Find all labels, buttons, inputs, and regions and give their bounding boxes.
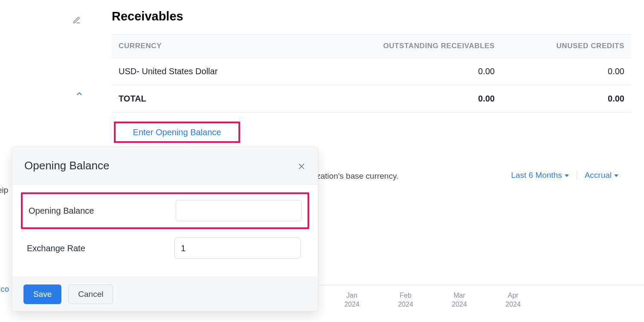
opening-balance-label: Opening Balance xyxy=(29,206,160,216)
col-unused-header: UNUSED CREDITS xyxy=(503,42,631,50)
total-unused: 0.00 xyxy=(503,94,631,104)
popover-title: Opening Balance xyxy=(24,159,109,172)
chevron-down-icon xyxy=(614,174,618,177)
opening-balance-input[interactable] xyxy=(176,200,302,221)
popover-body: Opening Balance Exchange Rate xyxy=(12,185,318,277)
save-button[interactable]: Save xyxy=(23,284,61,304)
enter-opening-balance-highlight: Enter Opening Balance xyxy=(114,122,240,143)
exchange-rate-input[interactable] xyxy=(174,238,301,259)
basis-dropdown[interactable]: Accrual xyxy=(585,171,618,180)
x-axis-label: Apr2024 xyxy=(486,291,540,309)
exchange-rate-label: Exchange Rate xyxy=(27,244,159,253)
col-currency-header: CURRENCY xyxy=(112,42,341,50)
date-range-label: Last 6 Months xyxy=(511,171,562,180)
opening-balance-popover: Opening Balance Opening Balance Exchange… xyxy=(12,147,318,311)
chart-filters: Last 6 Months Accrual xyxy=(511,171,618,180)
popover-header: Opening Balance xyxy=(12,147,318,185)
chevron-down-icon xyxy=(565,174,569,177)
edit-icon[interactable] xyxy=(73,16,81,24)
close-icon[interactable] xyxy=(297,162,306,170)
divider xyxy=(577,171,577,180)
table-header-row: CURRENCY OUTSTANDING RECEIVABLES UNUSED … xyxy=(112,34,631,58)
table-row: USD- United States Dollar 0.00 0.00 xyxy=(112,58,631,85)
basis-label: Accrual xyxy=(585,171,612,180)
cancel-button[interactable]: Cancel xyxy=(68,284,113,304)
cell-unused: 0.00 xyxy=(503,67,631,76)
enter-opening-balance-link[interactable]: Enter Opening Balance xyxy=(133,128,221,137)
total-label: TOTAL xyxy=(112,94,341,104)
col-outstanding-header: OUTSTANDING RECEIVABLES xyxy=(341,42,503,50)
receivables-table: CURRENCY OUTSTANDING RECEIVABLES UNUSED … xyxy=(112,34,631,113)
popover-footer: Save Cancel xyxy=(12,277,318,311)
opening-balance-field-row: Opening Balance xyxy=(21,192,309,229)
base-currency-note: zation's base currency. xyxy=(316,171,398,181)
chevron-up-icon[interactable] xyxy=(76,90,83,97)
cell-outstanding: 0.00 xyxy=(341,67,503,76)
x-axis-label: Feb2024 xyxy=(379,291,432,309)
cell-currency: USD- United States Dollar xyxy=(112,67,341,76)
date-range-dropdown[interactable]: Last 6 Months xyxy=(511,171,569,180)
table-total-row: TOTAL 0.00 0.00 xyxy=(112,85,631,113)
exchange-rate-field-row: Exchange Rate xyxy=(21,232,309,265)
total-outstanding: 0.00 xyxy=(341,94,503,104)
x-axis-label: Mar2024 xyxy=(432,291,486,309)
section-title: Receivables xyxy=(112,9,183,23)
x-axis-label: Jan2024 xyxy=(325,291,379,309)
